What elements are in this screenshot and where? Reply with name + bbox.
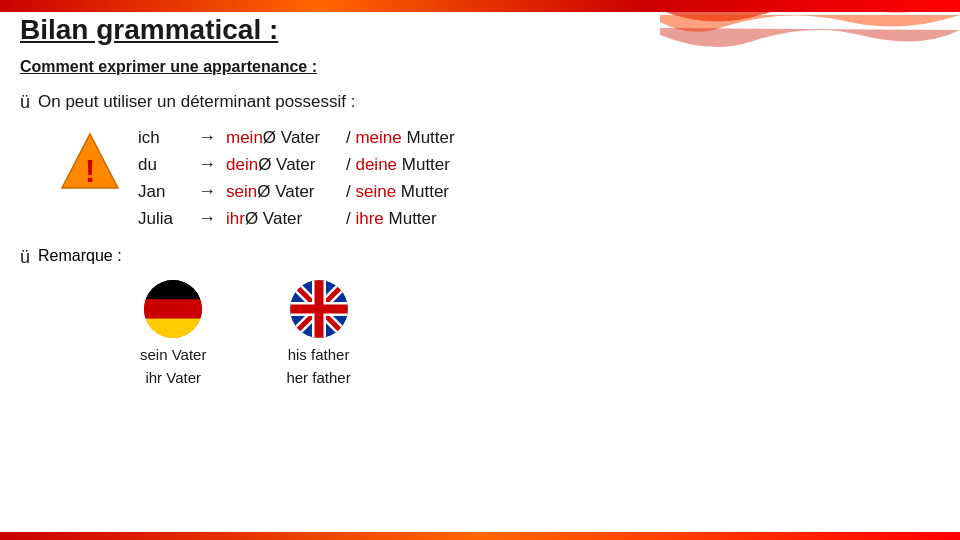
mein-suffix: Ø Vater <box>263 128 320 147</box>
uk-flag-circle <box>290 280 348 338</box>
svg-text:!: ! <box>85 153 96 189</box>
german-flag-item: sein Vater ihr Vater <box>140 280 206 389</box>
checkmark-2: ü <box>20 247 30 268</box>
ihr-suffix: Ø Vater <box>245 209 302 228</box>
deine-colored: deine <box>355 155 397 174</box>
bottom-ribbon <box>0 532 960 540</box>
flag-section: sein Vater ihr Vater <box>140 280 940 389</box>
meine-colored: meine <box>355 128 401 147</box>
arrow-ich: → <box>198 127 226 148</box>
main-content: Bilan grammatical : Comment exprimer une… <box>20 14 940 520</box>
arrow-du: → <box>198 154 226 175</box>
dein-red: dein <box>226 155 258 174</box>
warning-triangle-svg: ! <box>60 130 120 195</box>
checkmark-row-1: ü On peut utiliser un déterminant posses… <box>20 92 940 113</box>
possessive-julia: ihrØ Vater <box>226 209 346 229</box>
sein-suffix: Ø Vater <box>257 182 314 201</box>
ihre-colored: ihre <box>355 209 383 228</box>
result-du: / deine Mutter <box>346 155 506 175</box>
uk-flag-text: his father her father <box>286 344 350 389</box>
svg-rect-10 <box>144 319 202 338</box>
svg-rect-21 <box>314 280 323 338</box>
uk-flag-item: his father her father <box>286 280 350 389</box>
checkmark-1: ü <box>20 92 30 113</box>
possessive-table-section: ! ich → meinØ Vater / meine Mutter du → … <box>60 127 940 229</box>
possessive-ich: meinØ Vater <box>226 128 346 148</box>
possessive-du: deinØ Vater <box>226 155 346 175</box>
mein-red: mein <box>226 128 263 147</box>
arrow-jan: → <box>198 181 226 202</box>
svg-rect-9 <box>144 299 202 318</box>
checkmark-row-2: ü Remarque : <box>20 247 940 268</box>
arrow-julia: → <box>198 208 226 229</box>
german-flag-circle <box>144 280 202 338</box>
result-julia: / ihre Mutter <box>346 209 506 229</box>
checkmark-2-text: Remarque : <box>38 247 122 265</box>
pronoun-du: du <box>138 155 198 175</box>
pronoun-ich: ich <box>138 128 198 148</box>
sein-vater-text: sein Vater <box>140 346 206 363</box>
pronouns-table: ich → meinØ Vater / meine Mutter du → de… <box>138 127 506 229</box>
pronoun-jan: Jan <box>138 182 198 202</box>
possessive-jan: seinØ Vater <box>226 182 346 202</box>
top-ribbon <box>0 0 960 12</box>
seine-colored: seine <box>355 182 396 201</box>
ihr-vater-text: ihr Vater <box>145 369 201 386</box>
sein-red: sein <box>226 182 257 201</box>
svg-rect-8 <box>144 280 202 299</box>
page-title: Bilan grammatical : <box>20 14 940 48</box>
ihr-red: ihr <box>226 209 245 228</box>
dein-suffix: Ø Vater <box>258 155 315 174</box>
german-flag-text: sein Vater ihr Vater <box>140 344 206 389</box>
result-jan: / seine Mutter <box>346 182 506 202</box>
warning-icon: ! <box>60 127 120 197</box>
her-father-text: her father <box>286 369 350 386</box>
result-ich: / meine Mutter <box>346 128 506 148</box>
checkmark-1-text: On peut utiliser un déterminant possessi… <box>38 92 356 112</box>
subtitle: Comment exprimer une appartenance : <box>20 58 940 76</box>
his-father-text: his father <box>288 346 350 363</box>
pronoun-julia: Julia <box>138 209 198 229</box>
